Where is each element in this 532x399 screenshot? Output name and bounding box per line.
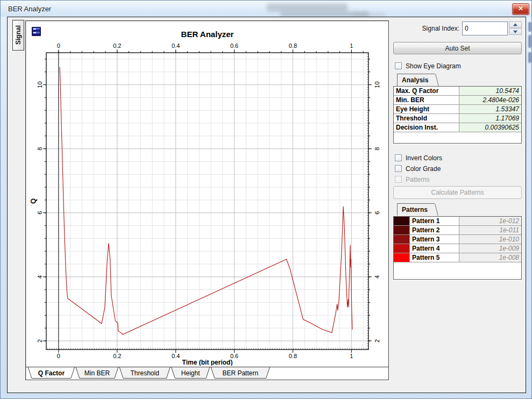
- invert-colors-checkbox[interactable]: [395, 154, 402, 161]
- window-title: BER Analyzer: [8, 5, 51, 13]
- q-factor-plot[interactable]: 000.20.20.40.40.60.60.80.811224466881010…: [26, 21, 388, 366]
- analysis-table: Max. Q Factor10.5474Min. BER2.4804e-026E…: [393, 86, 522, 144]
- y-tick-label-left: 6: [37, 211, 43, 215]
- analysis-row-label: Threshold: [394, 114, 459, 123]
- x-tick-label-top: 0.6: [230, 42, 238, 49]
- show-eye-diagram-checkbox[interactable]: [395, 62, 402, 69]
- show-eye-diagram-label: Show Eye Diagram: [406, 62, 461, 70]
- graph-tab-height-label: Height: [181, 369, 200, 377]
- tab-signal[interactable]: Signal: [12, 20, 24, 51]
- x-tick-label-top: 0.4: [172, 42, 180, 49]
- analysis-row: Decision Inst.0.00390625: [394, 123, 521, 132]
- x-tick-label-bottom: 0.4: [172, 353, 180, 359]
- x-tick-label-bottom: 0.2: [113, 353, 121, 359]
- background-window-ghost: [528, 35, 531, 48]
- background-window-ghost: [528, 22, 531, 32]
- background-window-ghost: [528, 52, 531, 63]
- x-axis-label: Time (bit period): [182, 359, 233, 366]
- patterns-checkbox[interactable]: [395, 176, 402, 183]
- pattern-row-value: 1e-008: [459, 253, 521, 262]
- signal-index-input[interactable]: [462, 22, 508, 35]
- graph-tab-threshold-label: Threshold: [131, 369, 159, 377]
- tab-signal-label: Signal: [15, 25, 22, 45]
- pattern-row: Pattern 31e-010: [394, 235, 521, 244]
- pattern-row: Pattern 41e-009: [394, 244, 521, 253]
- arrow-up-icon: [513, 23, 517, 26]
- analysis-row-value: 0.00390625: [459, 123, 521, 132]
- close-button[interactable]: ✕: [512, 3, 529, 15]
- y-tick-label-right: 6: [374, 211, 380, 215]
- pattern-row-value: 1e-011: [459, 226, 521, 235]
- chart-title: BER Analyzer: [181, 30, 234, 39]
- pattern-row-label: Pattern 3: [410, 235, 459, 244]
- auto-set-button[interactable]: Auto Set: [393, 42, 522, 54]
- x-tick-label-bottom: 1: [350, 353, 353, 359]
- x-tick-label-bottom: 0.8: [289, 353, 297, 359]
- pattern-row-label: Pattern 4: [410, 244, 459, 253]
- y-tick-label-right: 8: [374, 147, 380, 151]
- analysis-row: Max. Q Factor10.5474: [394, 87, 521, 96]
- pattern-color-swatch: [394, 253, 410, 262]
- pattern-row: Pattern 21e-011: [394, 226, 521, 235]
- titlebar[interactable]: BER Analyzer: [1, 1, 531, 17]
- y-tick-label-right: 2: [374, 339, 380, 343]
- stepper-up-button[interactable]: [509, 22, 522, 28]
- signal-index-stepper: [509, 22, 522, 35]
- y-tick-label-right: 10: [374, 81, 380, 88]
- analysis-row-value: 1.17069: [459, 114, 521, 123]
- graph-tab-strip: Q FactorMin BERThresholdHeightBER Patter…: [26, 367, 388, 380]
- arrow-down-icon: [513, 31, 517, 33]
- y-tick-label-left: 2: [37, 339, 43, 343]
- analysis-row-label: Max. Q Factor: [394, 87, 459, 96]
- pattern-row-value: 1e-012: [459, 217, 521, 226]
- analysis-row-value: 10.5474: [459, 87, 521, 96]
- pattern-row-label: Pattern 2: [410, 226, 459, 235]
- x-tick-label-top: 0.8: [289, 42, 297, 49]
- invert-colors-label: Invert Colors: [406, 154, 442, 162]
- y-tick-label-left: 8: [37, 147, 43, 151]
- q-factor-curve: [60, 67, 352, 334]
- analysis-row: Min. BER2.4804e-026: [394, 96, 521, 105]
- close-icon: ✕: [518, 5, 523, 12]
- patterns-label: Patterns: [406, 176, 430, 183]
- pattern-row-value: 1e-009: [459, 244, 521, 253]
- tab-analysis[interactable]: Analysis: [397, 74, 435, 86]
- graph-tab-min-ber-label: Min BER: [84, 369, 110, 377]
- color-grade-label: Color Grade: [406, 165, 441, 173]
- pattern-row-label: Pattern 5: [410, 253, 459, 262]
- pattern-row: Pattern 11e-012: [394, 217, 521, 226]
- patterns-table-rows: Pattern 11e-012Pattern 21e-011Pattern 31…: [394, 217, 521, 262]
- analysis-row-value: 1.53347: [459, 105, 521, 114]
- analysis-table-rows: Max. Q Factor10.5474Min. BER2.4804e-026E…: [394, 87, 521, 132]
- background-window-ghost: [267, 3, 347, 12]
- pattern-row-value: 1e-010: [459, 235, 521, 244]
- pattern-color-swatch: [394, 226, 410, 235]
- tab-patterns-label: Patterns: [402, 206, 428, 213]
- y-tick-label-left: 4: [37, 275, 43, 279]
- tab-analysis-label: Analysis: [402, 76, 428, 84]
- pattern-color-swatch: [394, 235, 410, 244]
- y-tick-label-left: 10: [37, 81, 43, 88]
- signal-index-label: Signal Index:: [384, 25, 459, 32]
- color-grade-checkbox[interactable]: [395, 165, 402, 172]
- analysis-row-label: Eye Height: [394, 105, 459, 114]
- stepper-down-button[interactable]: [509, 28, 522, 35]
- patterns-table: Pattern 11e-012Pattern 21e-011Pattern 31…: [393, 216, 522, 280]
- chart-panel: 000.20.20.40.40.60.60.80.811224466881010…: [25, 20, 389, 380]
- tab-patterns[interactable]: Patterns: [397, 203, 435, 216]
- calculate-patterns-button[interactable]: Calculate Patterns: [393, 186, 522, 199]
- y-tick-label-right: 4: [374, 275, 380, 279]
- x-tick-label-top: 1: [350, 42, 353, 49]
- y-axis-label: Q: [29, 198, 37, 204]
- ber-analyzer-dialog: Signal 000.20.20.40.40.60.60.80.81122446…: [7, 17, 526, 393]
- graph-tab-q-factor-label: Q Factor: [38, 369, 65, 377]
- background-window-ghost: [353, 13, 385, 17]
- pattern-color-swatch: [394, 217, 410, 226]
- x-tick-label-top: 0: [57, 42, 60, 49]
- pattern-row: Pattern 51e-008: [394, 253, 521, 262]
- x-tick-label-top: 0.2: [113, 42, 121, 49]
- analysis-row-label: Min. BER: [394, 96, 459, 105]
- analysis-row-label: Decision Inst.: [394, 123, 459, 132]
- analysis-row: Eye Height1.53347: [394, 105, 521, 114]
- x-tick-label-bottom: 0: [57, 353, 60, 359]
